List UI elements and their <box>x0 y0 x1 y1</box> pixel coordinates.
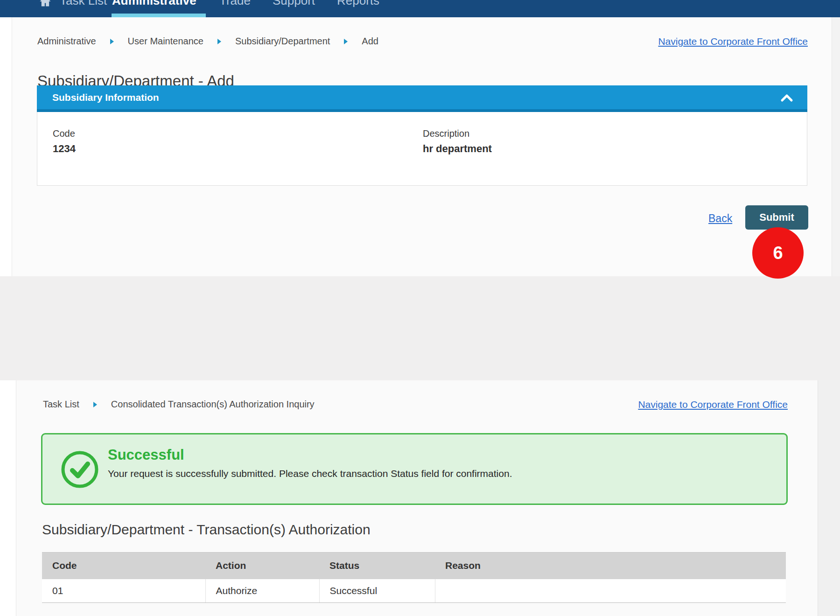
panel-body: Code 1234 Description hr department <box>37 112 807 186</box>
section-title: Subsidiary/Department - Transaction(s) A… <box>42 522 371 538</box>
code-field: Code 1234 <box>53 128 76 155</box>
breadcrumb-arrow-icon <box>93 402 97 407</box>
submit-button[interactable]: Submit <box>745 205 808 230</box>
navigate-corporate-front-office-link[interactable]: Navigate to Corporate Front Office <box>658 36 808 47</box>
breadcrumb-task-list[interactable]: Task List <box>43 399 79 410</box>
authorization-table: Code Action Status Reason 01 Authorize S… <box>42 552 786 603</box>
breadcrumb-subsidiary-department[interactable]: Subsidiary/Department <box>235 36 330 47</box>
home-icon[interactable] <box>39 0 52 10</box>
check-circle-icon <box>60 450 99 491</box>
cell-code: 01 <box>42 579 205 603</box>
panel-header-label: Subsidiary Information <box>52 92 159 103</box>
chevron-up-icon[interactable] <box>780 94 793 104</box>
description-field: Description hr department <box>423 128 492 155</box>
nav-item-task-list[interactable]: Task List <box>60 0 107 8</box>
breadcrumb-user-maintenance[interactable]: User Maintenance <box>128 36 203 47</box>
breadcrumb: Task List Consolidated Transaction(s) Au… <box>43 399 315 410</box>
success-message: Your request is successfully submitted. … <box>108 468 512 479</box>
table-row: 01 Authorize Successful <box>42 579 786 603</box>
top-navbar: Task List Administrative Trade Support R… <box>0 0 840 17</box>
column-header-reason: Reason <box>435 553 786 579</box>
breadcrumb-add: Add <box>362 36 378 47</box>
divider-band <box>0 276 840 380</box>
cell-status: Successful <box>319 579 435 603</box>
nav-item-trade[interactable]: Trade <box>219 0 251 8</box>
nav-item-reports[interactable]: Reports <box>337 0 379 8</box>
page-left-edge <box>0 17 12 276</box>
page-right-edge <box>818 380 840 616</box>
panel-header[interactable]: Subsidiary Information <box>37 85 807 112</box>
subsidiary-add-screen: Administrative User Maintenance Subsidia… <box>0 17 840 276</box>
screenshot-canvas: Task List Administrative Trade Support R… <box>0 0 840 616</box>
subsidiary-information-panel: Subsidiary Information Code 1234 Descrip… <box>37 85 807 186</box>
column-header-action: Action <box>205 553 319 579</box>
nav-item-administrative[interactable]: Administrative <box>112 0 196 8</box>
description-label: Description <box>423 128 492 139</box>
back-link[interactable]: Back <box>708 212 732 225</box>
page-left-edge <box>0 380 16 616</box>
column-header-code: Code <box>42 553 205 579</box>
page-right-edge <box>832 17 840 276</box>
breadcrumb-arrow-icon <box>110 39 114 44</box>
nav-item-support[interactable]: Support <box>273 0 315 8</box>
success-title: Successful <box>108 447 184 463</box>
cell-reason <box>435 579 786 603</box>
success-alert: Successful Your request is successfully … <box>41 433 788 505</box>
breadcrumb-arrow-icon <box>344 39 348 44</box>
breadcrumb-arrow-icon <box>217 39 221 44</box>
step-annotation-badge: 6 <box>752 227 804 279</box>
description-value: hr department <box>423 143 492 155</box>
cell-action: Authorize <box>205 579 319 603</box>
breadcrumb: Administrative User Maintenance Subsidia… <box>37 36 378 47</box>
table-header-row: Code Action Status Reason <box>42 553 786 579</box>
column-header-status: Status <box>319 553 435 579</box>
navigate-corporate-front-office-link[interactable]: Navigate to Corporate Front Office <box>638 399 788 410</box>
active-tab-underline <box>112 14 206 17</box>
authorization-result-screen: Task List Consolidated Transaction(s) Au… <box>0 380 840 616</box>
breadcrumb-consolidated-inquiry: Consolidated Transaction(s) Authorizatio… <box>111 399 315 410</box>
breadcrumb-administrative[interactable]: Administrative <box>37 36 96 47</box>
code-label: Code <box>53 128 76 139</box>
code-value: 1234 <box>53 143 76 155</box>
